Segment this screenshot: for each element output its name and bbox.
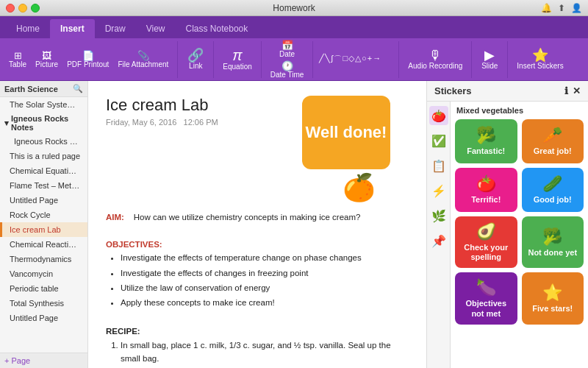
datetime-button[interactable]: 🕐 Date Time — [268, 60, 307, 80]
shape-triangle[interactable]: △ — [355, 54, 361, 65]
tab-insert[interactable]: Insert — [50, 19, 95, 38]
main-layout: Earth Science 🔍 The Solar System N...▾Ig… — [0, 81, 588, 368]
sticker-card-0[interactable]: 🥦Fantastic! — [455, 119, 517, 163]
close-panel-icon[interactable]: ✕ — [573, 85, 581, 96]
pdf-printout-button[interactable]: 📄 PDF Printout — [64, 49, 112, 70]
minimize-button[interactable] — [18, 4, 27, 13]
shape-arc[interactable]: ⌒ — [334, 54, 342, 65]
link-button[interactable]: 🔗 Link — [184, 47, 207, 71]
tab-draw[interactable]: Draw — [95, 19, 136, 38]
ribbon-group-slide: ▶ Slide — [478, 41, 508, 78]
info-icon[interactable]: ℹ — [564, 85, 568, 96]
sidebar-items: The Solar System N...▾Igneous Rocks Note… — [0, 97, 87, 353]
stickers-panel-header: Stickers ℹ ✕ — [427, 81, 588, 102]
sticker-sidebar-icon-4[interactable]: 🌿 — [429, 206, 448, 225]
shape-plus[interactable]: + — [368, 54, 372, 65]
sticker-sidebar-icon-1[interactable]: ✅ — [429, 131, 448, 150]
well-done-sticker: Well done! — [302, 96, 390, 169]
table-button[interactable]: ⊞ Table — [6, 49, 29, 70]
notification-icon[interactable]: 🔔 — [541, 3, 552, 13]
sidebar-header: Earth Science 🔍 — [0, 81, 87, 97]
ribbon-insert-buttons: ⊞ Table 🖼 Picture 📄 PDF Printout 📎 File … — [6, 49, 171, 70]
picture-button[interactable]: 🖼 Picture — [32, 49, 61, 70]
close-button[interactable] — [6, 4, 15, 13]
sticker-card-7[interactable]: ⭐Five stars! — [522, 272, 584, 324]
title-bar: Homework 🔔 ⬆ 👤 — [0, 0, 588, 16]
sidebar-item-3[interactable]: This is a ruled page — [0, 149, 87, 163]
objective-item: Utilize the law of conservation of energ… — [121, 281, 409, 294]
sidebar-item-11[interactable]: Vancomycin — [0, 266, 87, 281]
tab-home[interactable]: Home — [6, 19, 50, 38]
shape-circle[interactable]: ○ — [362, 54, 367, 65]
audio-recording-button[interactable]: 🎙 Audio Recording — [405, 47, 465, 71]
sticker-label: Objectives not met — [459, 299, 513, 318]
tab-class-notebook[interactable]: Class Notebook — [176, 19, 259, 38]
shape-curve[interactable]: ∫ — [331, 54, 333, 65]
shape-line[interactable]: ╱ — [319, 54, 324, 65]
slide-button[interactable]: ▶ Slide — [478, 47, 501, 71]
sticker-sidebar-icon-5[interactable]: 📌 — [429, 231, 448, 250]
sidebar-item-2[interactable]: Igneous Rocks h... — [0, 134, 87, 149]
user-icon[interactable]: 👤 — [571, 3, 582, 13]
window-actions: 🔔 ⬆ 👤 — [541, 3, 582, 13]
sidebar-item-5[interactable]: Flame Test – Metal I... — [0, 178, 87, 193]
sticker-card-5[interactable]: 🥦Not done yet — [522, 216, 584, 268]
sticker-sidebar-icon-2[interactable]: 📋 — [429, 156, 448, 175]
stickers-body: 🍅✅📋⚡🌿📌 Mixed vegetables 🥦Fantastic!🥕Grea… — [427, 102, 588, 368]
sticker-emoji: 🍆 — [476, 278, 496, 297]
sticker-card-3[interactable]: 🥒Good job! — [522, 168, 584, 212]
add-page-button[interactable]: + Page — [0, 353, 87, 368]
recipe-step-1: In small bag, place 1 c. milk, 1/3 c. su… — [121, 339, 409, 366]
sidebar-section-1[interactable]: ▾Igneous Rocks Notes — [0, 112, 87, 134]
shape-line2[interactable]: ╲ — [325, 54, 330, 65]
sticker-label: Terrific! — [471, 195, 501, 205]
sticker-sidebar-icon-0[interactable]: 🍅 — [429, 106, 448, 125]
ribbon-group-datetime: 📅 Date 🕐 Date Time — [268, 41, 314, 78]
sidebar-item-8[interactable]: Ice cream Lab — [0, 222, 87, 237]
search-icon[interactable]: 🔍 — [73, 84, 83, 93]
sidebar-item-14[interactable]: Untitled Page — [0, 311, 87, 325]
ribbon-group-link: 🔗 Link — [184, 41, 214, 78]
window-controls — [6, 4, 40, 13]
sidebar-item-13[interactable]: Total Synthesis — [0, 296, 87, 311]
sidebar: Earth Science 🔍 The Solar System N...▾Ig… — [0, 81, 88, 368]
sidebar-item-9[interactable]: Chemical Reactions — [0, 237, 87, 252]
sidebar-item-7[interactable]: Rock Cycle — [0, 208, 87, 222]
sticker-emoji: 🍅 — [476, 174, 496, 194]
ribbon-group-insert: ⊞ Table 🖼 Picture 📄 PDF Printout 📎 File … — [6, 41, 178, 78]
date-button[interactable]: 📅 Date — [276, 39, 299, 60]
sidebar-item-10[interactable]: Thermodynamics — [0, 252, 87, 266]
ribbon-group-shapes: ╱ ╲ ∫ ⌒ □ ◇ △ ○ + → — [319, 41, 399, 78]
share-icon[interactable]: ⬆ — [558, 3, 565, 13]
sticker-label: Check your spelling — [459, 243, 513, 262]
content-area[interactable]: Well done! 🍊 Ice cream Lab Friday, May 6… — [88, 81, 426, 368]
sticker-card-1[interactable]: 🥕Great job! — [522, 119, 584, 163]
objectives-label: OBJECTIVES: — [106, 240, 162, 249]
orange-emoji: 🍊 — [309, 172, 409, 203]
sticker-emoji: ⭐ — [542, 283, 562, 302]
shape-diamond[interactable]: ◇ — [348, 54, 354, 65]
sidebar-item-4[interactable]: Chemical Equations — [0, 163, 87, 178]
shape-rect[interactable]: □ — [343, 54, 348, 65]
sticker-card-6[interactable]: 🍆Objectives not met — [455, 272, 517, 324]
shapes-palette: ╱ ╲ ∫ ⌒ □ ◇ △ ○ + → — [319, 54, 392, 65]
stickers-grid-area: Mixed vegetables 🥦Fantastic!🥕Great job!🍅… — [451, 102, 588, 368]
maximize-button[interactable] — [31, 4, 40, 13]
insert-stickers-button[interactable]: ⭐ Insert Stickers — [514, 47, 566, 71]
sticker-card-2[interactable]: 🍅Terrific! — [455, 168, 517, 212]
sidebar-item-0[interactable]: The Solar System N... — [0, 97, 87, 112]
file-attachment-button[interactable]: 📎 File Attachment — [115, 49, 171, 70]
shape-arrow[interactable]: → — [373, 54, 381, 65]
sidebar-item-12[interactable]: Periodic table — [0, 281, 87, 296]
tab-view[interactable]: View — [136, 19, 176, 38]
recipe-label: RECIPE: — [106, 327, 140, 336]
objective-item: Investigate the effects of changes in fr… — [121, 266, 409, 280]
sticker-label: Fantastic! — [467, 146, 505, 156]
stickers-grid: 🥦Fantastic!🥕Great job!🍅Terrific!🥒Good jo… — [455, 119, 584, 325]
sticker-label: Five stars! — [532, 304, 573, 314]
equation-button[interactable]: π Equation — [220, 46, 254, 72]
ribbon-group-audio: 🎙 Audio Recording — [405, 41, 472, 78]
sidebar-item-6[interactable]: Untitled Page — [0, 193, 87, 208]
sticker-card-4[interactable]: 🥑Check your spelling — [455, 216, 517, 268]
sticker-sidebar-icon-3[interactable]: ⚡ — [429, 181, 448, 200]
